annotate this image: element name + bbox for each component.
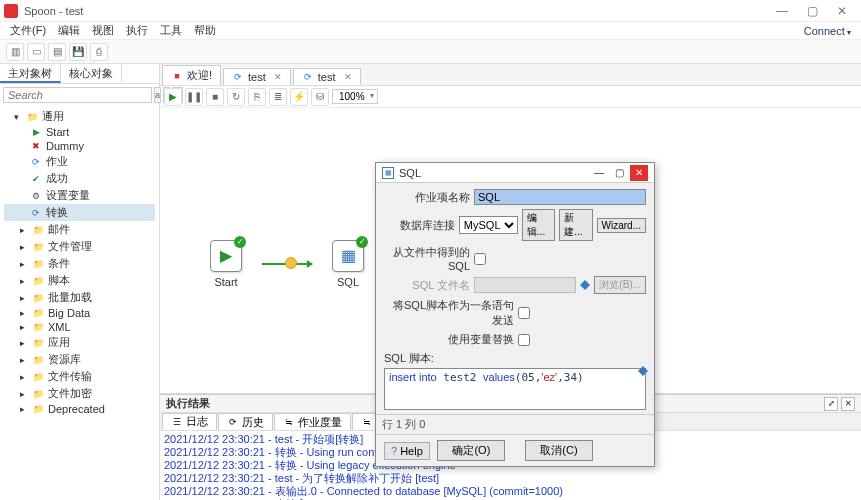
results-popout-icon[interactable]: ⤢ (824, 397, 838, 411)
stop-button[interactable]: ■ (206, 88, 224, 106)
dialog-icon: ▦ (382, 167, 394, 179)
left-tab-main[interactable]: 主对象树 (0, 64, 61, 83)
tree-item-setvar[interactable]: ⚙设置变量 (4, 187, 155, 204)
node-start[interactable]: ▶✓Start (210, 240, 242, 288)
db-conn-select[interactable]: MySQL (459, 216, 518, 234)
tab-test-1[interactable]: ⟳test✕ (223, 68, 291, 85)
zoom-select[interactable]: 100% (332, 89, 378, 104)
dialog-title: SQL (399, 167, 588, 179)
tree-folder-cond[interactable]: ▸📁条件 (4, 255, 155, 272)
tree-item-success[interactable]: ✔成功 (4, 170, 155, 187)
window-titlebar: Spoon - test — ▢ ✕ (0, 0, 861, 22)
menubar: 文件(F) 编辑 视图 执行 工具 帮助 Connect (0, 22, 861, 40)
main-toolbar: ▥ ▭ ▤ 💾 ⎙ (0, 40, 861, 64)
sql-button[interactable]: ≣ (269, 88, 287, 106)
save-button[interactable]: 💾 (69, 43, 87, 61)
window-title: Spoon - test (24, 5, 767, 17)
core-objects-tree[interactable]: ▾📁通用 ▶Start ✖Dummy ⟳作业 ✔成功 ⚙设置变量 ⟳转换 ▸📁邮… (0, 106, 159, 500)
tree-item-job[interactable]: ⟳作业 (4, 153, 155, 170)
tree-folder-xml[interactable]: ▸📁XML (4, 320, 155, 334)
impact-button[interactable]: ⚡ (290, 88, 308, 106)
tree-folder-bigdata[interactable]: ▸📁Big Data (4, 306, 155, 320)
tree-folder-bulk[interactable]: ▸📁批量加载 (4, 289, 155, 306)
tree-item-start[interactable]: ▶Start (4, 125, 155, 139)
db-button[interactable]: ⛁ (311, 88, 329, 106)
menu-run[interactable]: 执行 (122, 23, 152, 38)
tree-item-dummy[interactable]: ✖Dummy (4, 139, 155, 153)
ok-button[interactable]: 确定(O) (437, 440, 505, 461)
var-sub-label: 使用变量替换 (384, 332, 514, 347)
canvas-toolbar: ▶ ❚❚ ■ ↻ ⎘ ≣ ⚡ ⛁ 100% (160, 86, 861, 108)
connect-dropdown[interactable]: Connect (800, 25, 855, 37)
editor-tabs: ■欢迎! ⟳test✕ ⟳test✕ (160, 64, 861, 86)
left-panel: 主对象树 核心对象 a ↕ ▭ ▾📁通用 ▶Start ✖Dummy ⟳作业 ✔… (0, 64, 160, 500)
variable-icon (638, 366, 648, 376)
results-title: 执行结果 (166, 396, 210, 411)
db-wizard-button[interactable]: Wizard... (597, 218, 646, 233)
log-line: 2021/12/12 23:30:21 - 表输出.0 - Connected … (164, 485, 857, 498)
tree-folder-script[interactable]: ▸📁脚本 (4, 272, 155, 289)
menu-help[interactable]: 帮助 (190, 23, 220, 38)
job-name-input[interactable] (474, 189, 646, 205)
dialog-titlebar[interactable]: ▦ SQL — ▢ ✕ (376, 163, 654, 183)
close-icon[interactable]: ✕ (344, 72, 352, 82)
search-input[interactable] (3, 87, 152, 103)
explore-button[interactable]: ▤ (48, 43, 66, 61)
menu-file[interactable]: 文件(F) (6, 23, 50, 38)
log-line: 2021/12/12 23:30:21 - test - 为了转换解除补丁开始 … (164, 472, 857, 485)
pause-button[interactable]: ❚❚ (185, 88, 203, 106)
success-badge-icon: ✓ (356, 236, 368, 248)
results-close-icon[interactable]: ✕ (841, 397, 855, 411)
cancel-button[interactable]: 取消(C) (525, 440, 592, 461)
var-sub-checkbox[interactable] (518, 334, 530, 346)
tree-folder-fileman[interactable]: ▸📁文件管理 (4, 238, 155, 255)
tree-item-transform[interactable]: ⟳转换 (4, 204, 155, 221)
maximize-button[interactable]: ▢ (797, 1, 827, 21)
left-tab-core[interactable]: 核心对象 (61, 64, 122, 83)
tree-folder-mail[interactable]: ▸📁邮件 (4, 221, 155, 238)
db-edit-button[interactable]: 编辑... (522, 209, 555, 241)
run-button[interactable]: ▶ (164, 88, 182, 106)
cursor-position-label: 行 1 列 0 (376, 414, 654, 434)
close-icon[interactable]: ✕ (274, 72, 282, 82)
tab-test-2[interactable]: ⟳test✕ (293, 68, 361, 85)
results-tab-log[interactable]: ☰日志 (162, 413, 217, 430)
single-statement-checkbox[interactable] (518, 307, 530, 319)
tree-folder-app[interactable]: ▸📁应用 (4, 334, 155, 351)
tab-welcome[interactable]: ■欢迎! (162, 65, 221, 85)
tree-folder-ftp[interactable]: ▸📁文件传输 (4, 368, 155, 385)
sql-job-entry-dialog: ▦ SQL — ▢ ✕ 作业项名称 数据库连接 MySQL 编辑... 新建..… (375, 162, 655, 467)
db-conn-label: 数据库连接 (384, 218, 455, 233)
tree-folder-deprecated[interactable]: ▸📁Deprecated (4, 402, 155, 416)
dialog-maximize-button[interactable]: ▢ (610, 165, 628, 181)
db-new-button[interactable]: 新建... (559, 209, 592, 241)
results-tab-history[interactable]: ⟳历史 (218, 413, 273, 430)
menu-tools[interactable]: 工具 (156, 23, 186, 38)
hop-arrow[interactable] (262, 263, 312, 265)
tree-root[interactable]: ▾📁通用 (4, 108, 155, 125)
tree-folder-encrypt[interactable]: ▸📁文件加密 (4, 385, 155, 402)
new-button[interactable]: ▥ (6, 43, 24, 61)
close-button[interactable]: ✕ (827, 1, 857, 21)
minimize-button[interactable]: — (767, 1, 797, 21)
single-statement-label: 将SQL脚本作为一条语句发送 (384, 298, 514, 328)
tree-folder-repo[interactable]: ▸📁资源库 (4, 351, 155, 368)
menu-view[interactable]: 视图 (88, 23, 118, 38)
open-button[interactable]: ▭ (27, 43, 45, 61)
results-tab-metrics[interactable]: ≒作业度量 (274, 413, 351, 430)
sql-script-textarea[interactable]: insert into test2 values(05,'ez',34) (384, 368, 646, 410)
success-badge-icon: ✓ (234, 236, 246, 248)
node-sql[interactable]: ▦✓SQL (332, 240, 364, 288)
sql-file-label: SQL 文件名 (384, 278, 470, 293)
sql-from-file-label: 从文件中得到的 SQL (384, 245, 470, 272)
help-button[interactable]: ?Help (384, 442, 430, 460)
dialog-minimize-button[interactable]: — (590, 165, 608, 181)
saveas-button[interactable]: ⎙ (90, 43, 108, 61)
browse-button: 浏览(B)... (594, 276, 646, 294)
menu-edit[interactable]: 编辑 (54, 23, 84, 38)
sql-from-file-checkbox[interactable] (474, 253, 486, 265)
check-button[interactable]: ⎘ (248, 88, 266, 106)
hop-unconditional-icon (285, 257, 297, 269)
dialog-close-button[interactable]: ✕ (630, 165, 648, 181)
replay-button[interactable]: ↻ (227, 88, 245, 106)
